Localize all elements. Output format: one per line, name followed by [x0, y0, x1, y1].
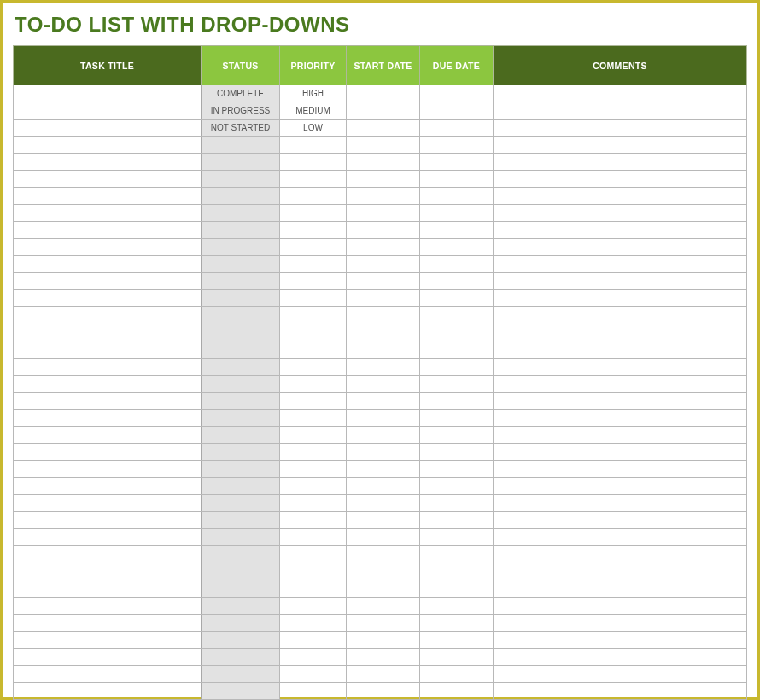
comments-cell[interactable] [494, 239, 747, 256]
due-date-cell[interactable] [420, 393, 494, 410]
priority-cell[interactable]: LOW [280, 120, 347, 137]
priority-cell[interactable] [280, 307, 347, 324]
comments-cell[interactable] [494, 649, 747, 666]
due-date-cell[interactable] [420, 427, 494, 444]
comments-cell[interactable] [494, 512, 747, 529]
priority-cell[interactable] [280, 495, 347, 512]
start-date-cell[interactable] [347, 410, 420, 427]
start-date-cell[interactable] [347, 137, 420, 154]
start-date-cell[interactable] [347, 546, 420, 563]
status-cell[interactable] [202, 171, 280, 188]
priority-cell[interactable] [280, 273, 347, 290]
start-date-cell[interactable] [347, 478, 420, 495]
status-cell[interactable] [202, 495, 280, 512]
comments-cell[interactable] [494, 307, 747, 324]
priority-cell[interactable] [280, 239, 347, 256]
priority-cell[interactable] [280, 478, 347, 495]
due-date-cell[interactable] [420, 580, 494, 598]
due-date-cell[interactable] [420, 598, 494, 615]
due-date-cell[interactable] [420, 632, 494, 649]
comments-cell[interactable] [494, 495, 747, 512]
start-date-cell[interactable] [347, 512, 420, 529]
status-cell[interactable] [202, 563, 280, 580]
due-date-cell[interactable] [420, 461, 494, 478]
due-date-cell[interactable] [420, 239, 494, 256]
due-date-cell[interactable] [420, 341, 494, 359]
start-date-cell[interactable] [347, 102, 420, 120]
task-cell[interactable] [14, 393, 202, 410]
priority-cell[interactable] [280, 154, 347, 171]
comments-cell[interactable] [494, 563, 747, 580]
comments-cell[interactable] [494, 444, 747, 461]
task-cell[interactable] [14, 102, 202, 120]
priority-cell[interactable] [280, 512, 347, 529]
task-cell[interactable] [14, 137, 202, 154]
task-cell[interactable] [14, 529, 202, 546]
start-date-cell[interactable] [347, 376, 420, 393]
comments-cell[interactable] [494, 341, 747, 359]
task-cell[interactable] [14, 580, 202, 598]
priority-cell[interactable] [280, 359, 347, 376]
comments-cell[interactable] [494, 205, 747, 222]
task-cell[interactable] [14, 376, 202, 393]
status-cell[interactable] [202, 239, 280, 256]
priority-cell[interactable] [280, 615, 347, 632]
due-date-cell[interactable] [420, 85, 494, 102]
priority-cell[interactable] [280, 427, 347, 444]
priority-cell[interactable] [280, 171, 347, 188]
task-cell[interactable] [14, 341, 202, 359]
due-date-cell[interactable] [420, 495, 494, 512]
start-date-cell[interactable] [347, 427, 420, 444]
comments-cell[interactable] [494, 546, 747, 563]
comments-cell[interactable] [494, 188, 747, 205]
start-date-cell[interactable] [347, 290, 420, 307]
status-cell[interactable] [202, 222, 280, 239]
comments-cell[interactable] [494, 461, 747, 478]
due-date-cell[interactable] [420, 256, 494, 273]
comments-cell[interactable] [494, 632, 747, 649]
start-date-cell[interactable] [347, 341, 420, 359]
due-date-cell[interactable] [420, 512, 494, 529]
task-cell[interactable] [14, 546, 202, 563]
due-date-cell[interactable] [420, 683, 494, 700]
task-cell[interactable] [14, 324, 202, 341]
task-cell[interactable] [14, 290, 202, 307]
status-cell[interactable] [202, 512, 280, 529]
status-cell[interactable] [202, 290, 280, 307]
task-cell[interactable] [14, 666, 202, 683]
task-cell[interactable] [14, 273, 202, 290]
due-date-cell[interactable] [420, 615, 494, 632]
priority-cell[interactable] [280, 290, 347, 307]
status-cell[interactable] [202, 598, 280, 615]
priority-cell[interactable] [280, 632, 347, 649]
due-date-cell[interactable] [420, 324, 494, 341]
start-date-cell[interactable] [347, 324, 420, 341]
start-date-cell[interactable] [347, 683, 420, 700]
priority-cell[interactable] [280, 546, 347, 563]
priority-cell[interactable] [280, 563, 347, 580]
priority-cell[interactable] [280, 324, 347, 341]
task-cell[interactable] [14, 239, 202, 256]
due-date-cell[interactable] [420, 273, 494, 290]
comments-cell[interactable] [494, 137, 747, 154]
status-cell[interactable] [202, 410, 280, 427]
task-cell[interactable] [14, 461, 202, 478]
start-date-cell[interactable] [347, 529, 420, 546]
status-cell[interactable]: IN PROGRESS [202, 102, 280, 120]
start-date-cell[interactable] [347, 188, 420, 205]
start-date-cell[interactable] [347, 563, 420, 580]
status-cell[interactable] [202, 376, 280, 393]
due-date-cell[interactable] [420, 529, 494, 546]
priority-cell[interactable] [280, 393, 347, 410]
task-cell[interactable] [14, 512, 202, 529]
status-cell[interactable] [202, 307, 280, 324]
comments-cell[interactable] [494, 529, 747, 546]
due-date-cell[interactable] [420, 222, 494, 239]
status-cell[interactable] [202, 529, 280, 546]
status-cell[interactable] [202, 205, 280, 222]
task-cell[interactable] [14, 478, 202, 495]
priority-cell[interactable] [280, 205, 347, 222]
due-date-cell[interactable] [420, 546, 494, 563]
due-date-cell[interactable] [420, 205, 494, 222]
status-cell[interactable] [202, 683, 280, 700]
